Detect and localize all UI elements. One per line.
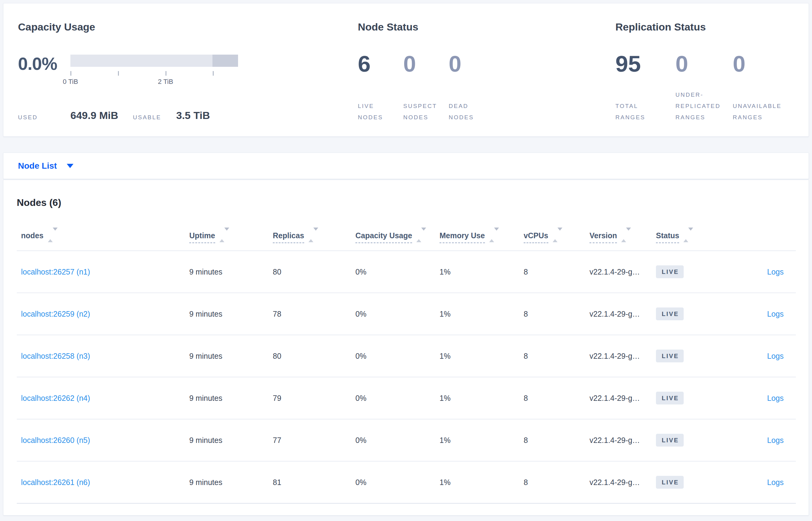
uptime-cell: 9 minutes [189,419,273,461]
node-link[interactable]: localhost:26259 (n2) [21,310,90,318]
status-badge: LIVE [656,349,684,362]
status-badge: LIVE [656,434,684,447]
replication-status-title: Replication Status [615,20,706,33]
sort-icon [308,231,318,240]
logs-link[interactable]: Logs [767,310,784,318]
table-row: localhost:26262 (n4) 9 minutes 79 0% 1% … [17,377,796,419]
node-status-values: 6 0 0 [358,51,494,76]
uptime-cell: 9 minutes [189,335,273,377]
table-row: localhost:26259 (n2) 9 minutes 78 0% 1% … [17,293,796,335]
capacity-usage-summary: USED 649.9 MiB USABLE 3.5 TiB [18,110,249,124]
vcpus-cell: 8 [524,251,590,293]
node-link[interactable]: localhost:26260 (n5) [21,436,90,445]
node-list-dropdown[interactable]: Node List [18,161,73,171]
column-header-logs [723,209,796,251]
replication-status-section: Replication Status 95 0 0 TOTAL RANGES U… [615,3,798,136]
capacity-tick-label-0: 0 TiB [63,78,78,86]
column-header-memory-use[interactable]: Memory Use [439,209,524,251]
memory-cell: 1% [439,419,524,461]
memory-cell: 1% [439,377,524,419]
sort-icon [684,231,693,240]
suspect-nodes-label: SUSPECT NODES [403,100,449,123]
node-link[interactable]: localhost:26261 (n6) [21,478,90,486]
table-row: localhost:26261 (n6) 9 minutes 81 0% 1% … [17,461,796,503]
capacity-cell: 0% [355,251,439,293]
replication-status-values: 95 0 0 [615,51,798,76]
logs-link[interactable]: Logs [767,436,784,445]
memory-cell: 1% [439,461,524,503]
sort-icon [48,231,57,240]
vcpus-cell: 8 [524,419,590,461]
column-header-capacity-usage[interactable]: Capacity Usage [355,209,439,251]
capacity-usage-section: Capacity Usage 0.0% 0 TiB 2 TiB USED 649… [18,3,249,136]
replicas-cell: 79 [273,377,355,419]
unavailable-ranges-value: 0 [733,51,798,76]
dead-nodes-label: DEAD NODES [449,100,494,123]
capacity-bar-dark-segment [212,54,238,67]
uptime-cell: 9 minutes [189,461,273,503]
cluster-summary-card: Capacity Usage 0.0% 0 TiB 2 TiB USED 649… [3,3,809,137]
live-nodes-label: LIVE NODES [358,100,403,123]
capacity-usage-bar [70,54,238,67]
column-header-uptime[interactable]: Uptime [189,209,273,251]
node-status-labels: LIVE NODES SUSPECT NODES DEAD NODES [358,100,494,123]
node-list-strip: Node List [3,153,809,179]
version-cell: v22.1.4-29-g… [590,419,656,461]
status-badge: LIVE [656,476,684,489]
nodes-table-card: Nodes (6) nodes Uptime Replicas Capacity… [3,180,809,516]
capacity-axis-ticks [70,71,238,76]
sort-icon [416,231,426,240]
version-cell: v22.1.4-29-g… [590,335,656,377]
node-status-title: Node Status [358,20,418,33]
status-badge: LIVE [656,308,684,320]
replicas-cell: 81 [273,461,355,503]
usable-value: 3.5 TiB [176,110,210,121]
column-header-status[interactable]: Status [656,209,723,251]
dead-nodes-value: 0 [449,51,494,76]
version-cell: v22.1.4-29-g… [590,251,656,293]
table-row: localhost:26258 (n3) 9 minutes 80 0% 1% … [17,335,796,377]
replicas-cell: 80 [273,251,355,293]
sort-icon [553,231,563,240]
node-link[interactable]: localhost:26257 (n1) [21,268,90,276]
memory-cell: 1% [439,335,524,377]
memory-cell: 1% [439,251,524,293]
vcpus-cell: 8 [524,461,590,503]
logs-link[interactable]: Logs [767,478,784,486]
capacity-tick-label-2: 2 TiB [158,78,173,86]
vcpus-cell: 8 [524,293,590,335]
replicas-cell: 80 [273,335,355,377]
uptime-cell: 9 minutes [189,293,273,335]
sort-icon [621,231,631,240]
used-label: USED [18,114,38,121]
column-header-nodes[interactable]: nodes [17,209,189,251]
logs-link[interactable]: Logs [767,352,784,360]
logs-link[interactable]: Logs [767,394,784,402]
column-header-replicas[interactable]: Replicas [273,209,355,251]
table-row: localhost:26260 (n5) 9 minutes 77 0% 1% … [17,419,796,461]
live-nodes-value: 6 [358,51,403,76]
node-link[interactable]: localhost:26258 (n3) [21,352,90,360]
node-link[interactable]: localhost:26262 (n4) [21,394,90,402]
vcpus-cell: 8 [524,377,590,419]
node-status-section: Node Status 6 0 0 LIVE NODES SUSPECT NOD… [358,3,590,136]
capacity-cell: 0% [355,377,439,419]
table-header-row: nodes Uptime Replicas Capacity Usage Mem… [17,209,796,251]
logs-link[interactable]: Logs [767,268,784,276]
nodes-table-heading: Nodes (6) [17,196,795,209]
vcpus-cell: 8 [524,335,590,377]
memory-cell: 1% [439,293,524,335]
replicas-cell: 77 [273,419,355,461]
used-value: 649.9 MiB [70,110,118,121]
version-cell: v22.1.4-29-g… [590,461,656,503]
under-replicated-ranges-label: UNDER-REPLICATED RANGES [675,89,733,123]
column-header-version[interactable]: Version [590,209,656,251]
suspect-nodes-value: 0 [403,51,449,76]
under-replicated-ranges-value: 0 [675,51,733,76]
capacity-cell: 0% [355,419,439,461]
table-row: localhost:26257 (n1) 9 minutes 80 0% 1% … [17,251,796,293]
capacity-usage-title: Capacity Usage [18,20,95,33]
column-header-vcpus[interactable]: vCPUs [524,209,590,251]
replication-status-labels: TOTAL RANGES UNDER-REPLICATED RANGES UNA… [615,89,798,123]
usable-label: USABLE [133,114,161,121]
